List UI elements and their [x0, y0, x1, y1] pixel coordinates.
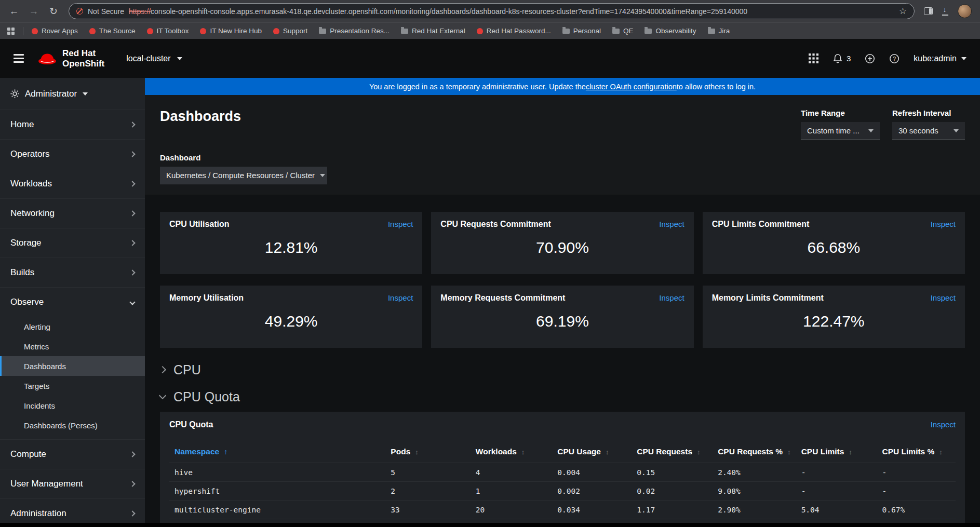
bookmark-support[interactable]: Support [273, 27, 307, 35]
time-range-select[interactable]: Custom time ... [801, 122, 880, 140]
cell-namespace: open-cluster-management [169, 519, 385, 523]
bookmark-label: Support [283, 27, 307, 35]
perspective-switcher[interactable]: Administrator [0, 78, 145, 110]
nav-label: Operators [10, 149, 50, 159]
sidebar-item-home[interactable]: Home [0, 110, 145, 139]
sort-icon: ↕ [939, 448, 943, 456]
bookmark-rover-apps[interactable]: Rover Apps [32, 27, 78, 35]
inspect-link[interactable]: Inspect [659, 220, 684, 228]
col-header-cpu-requests[interactable]: CPU Requests %↕ [713, 441, 796, 463]
bookmark-personal[interactable]: Personal [562, 27, 601, 35]
bookmark-it-toolbox[interactable]: IT Toolbox [147, 27, 189, 35]
inspect-link[interactable]: Inspect [931, 420, 956, 429]
quick-create-icon[interactable] [865, 53, 875, 64]
bookmark-red-hat-password[interactable]: Red Hat Password... [477, 27, 551, 35]
sidebar-item-networking[interactable]: Networking [0, 199, 145, 228]
help-icon[interactable]: ? [889, 53, 900, 64]
nav-block-home: Home [0, 110, 145, 140]
bookmark-label: Presentation Res... [330, 27, 390, 35]
section-cpu-quota[interactable]: CPU Quota [160, 385, 965, 408]
inspect-link[interactable]: Inspect [659, 293, 684, 302]
oauth-config-link[interactable]: cluster OAuth configuration [586, 83, 677, 91]
url-rest: console-openshift-console.apps.emurasak-… [151, 7, 747, 16]
bookmark-the-source[interactable]: The Source [89, 27, 136, 35]
bookmark-red-hat-external[interactable]: Red Hat External [401, 27, 465, 35]
sidebar-item-compute[interactable]: Compute [0, 440, 145, 469]
side-panel-icon[interactable] [924, 7, 933, 15]
openshift-logo[interactable]: Red Hat OpenShift [37, 48, 104, 68]
sidebar-item-workloads[interactable]: Workloads [0, 169, 145, 198]
nav-label: Storage [10, 238, 42, 248]
card-title: CPU Utilisation [169, 220, 230, 229]
sidebar-item-builds[interactable]: Builds [0, 258, 145, 287]
browser-chrome: ← → ↻ Not Secure https://console-openshi… [0, 0, 980, 39]
user-menu[interactable]: kube:admin [914, 54, 966, 63]
col-header-cpu-limits[interactable]: CPU Limits↕ [796, 441, 877, 463]
bookmark-jira[interactable]: Jira [708, 27, 730, 35]
address-bar[interactable]: Not Secure https://console-openshift-con… [69, 3, 915, 19]
sidebar-item-observe[interactable]: Observe [0, 288, 145, 317]
favicon-icon [273, 28, 279, 34]
dashboard-select[interactable]: Kubernetes / Compute Resources / Cluster [160, 167, 327, 184]
sidebar-item-dashboards-perses[interactable]: Dashboards (Perses) [0, 415, 145, 435]
sidebar-item-administration[interactable]: Administration [0, 499, 145, 523]
cluster-selector[interactable]: local-cluster [126, 54, 182, 63]
cell-value: 0.004 [552, 463, 632, 482]
page-header: Dashboards Time Range Custom time ... Re… [145, 95, 980, 195]
nav-block-user-management: User Management [0, 469, 145, 499]
inspect-link[interactable]: Inspect [931, 220, 956, 228]
inspect-link[interactable]: Inspect [388, 220, 413, 228]
col-header-cpu-requests[interactable]: CPU Requests↕ [632, 441, 713, 463]
sidebar-item-targets[interactable]: Targets [0, 376, 145, 396]
sidebar-item-alerting[interactable]: Alerting [0, 317, 145, 336]
col-header-cpu-limits[interactable]: CPU Limits %↕ [877, 441, 956, 463]
apps-grid-icon[interactable] [7, 28, 15, 35]
app-launcher-icon[interactable] [809, 53, 818, 63]
nav-label: Workloads [10, 179, 52, 189]
col-header-namespace[interactable]: Namespace↑ [169, 441, 385, 463]
header-row: Namespace↑Pods↕Workloads↕CPU Usage↕CPU R… [169, 441, 956, 463]
bookmark-qe[interactable]: QE [612, 27, 634, 35]
bookmark-presentation-res[interactable]: Presentation Res... [319, 27, 390, 35]
bookmark-star-icon[interactable]: ☆ [899, 6, 907, 17]
nav-block-observe: ObserveAlertingMetricsDashboardsTargetsI… [0, 288, 145, 440]
col-header-pods[interactable]: Pods↕ [385, 441, 471, 463]
inspect-link[interactable]: Inspect [388, 293, 413, 302]
menu-toggle-icon[interactable] [14, 54, 24, 63]
cell-value: - [877, 463, 956, 482]
nav-label: Builds [10, 267, 34, 278]
bookmark-it-new-hire-hub[interactable]: IT New Hire Hub [200, 27, 262, 35]
card-head: CPU Limits CommitmentInspect [712, 220, 956, 229]
sidebar-nav: HomeOperatorsWorkloadsNetworkingStorageB… [0, 110, 145, 523]
card-title: CPU Requests Commitment [440, 220, 551, 229]
metric-card-memory-utilisation: Memory UtilisationInspect49.29% [160, 286, 422, 348]
sidebar-item-metrics[interactable]: Metrics [0, 336, 145, 356]
bookmark-label: Jira [719, 27, 730, 35]
downloads-icon[interactable] [941, 7, 949, 16]
sidebar-item-dashboards[interactable]: Dashboards [0, 356, 145, 376]
sidebar-item-operators[interactable]: Operators [0, 140, 145, 169]
profile-avatar[interactable] [958, 4, 972, 18]
cell-value: 9.08% [713, 482, 796, 501]
cell-namespace: multicluster-engine [169, 501, 385, 519]
section-cpu[interactable]: CPU [160, 358, 965, 381]
notifications-button[interactable]: 3 [833, 53, 851, 64]
sidebar-item-storage[interactable]: Storage [0, 228, 145, 258]
folder-icon [319, 29, 326, 34]
cell-value: 2.90% [713, 501, 796, 519]
bookmark-label: QE [623, 27, 634, 35]
back-button[interactable]: ← [5, 3, 23, 20]
bookmark-observability[interactable]: Observability [645, 27, 696, 35]
refresh-button[interactable]: ↻ [45, 3, 62, 20]
col-label: CPU Usage [557, 447, 601, 456]
sidebar-item-incidents[interactable]: Incidents [0, 396, 145, 415]
masthead-actions: 3 ? kube:admin [809, 53, 966, 64]
username: kube:admin [914, 54, 957, 63]
inspect-link[interactable]: Inspect [931, 293, 956, 302]
refresh-interval-select[interactable]: 30 seconds [892, 122, 965, 140]
sidebar-item-user-management[interactable]: User Management [0, 469, 145, 498]
forward-button[interactable]: → [25, 3, 43, 20]
col-header-cpu-usage[interactable]: CPU Usage↕ [552, 441, 632, 463]
col-header-workloads[interactable]: Workloads↕ [471, 441, 552, 463]
cell-value: 33 [385, 501, 471, 519]
